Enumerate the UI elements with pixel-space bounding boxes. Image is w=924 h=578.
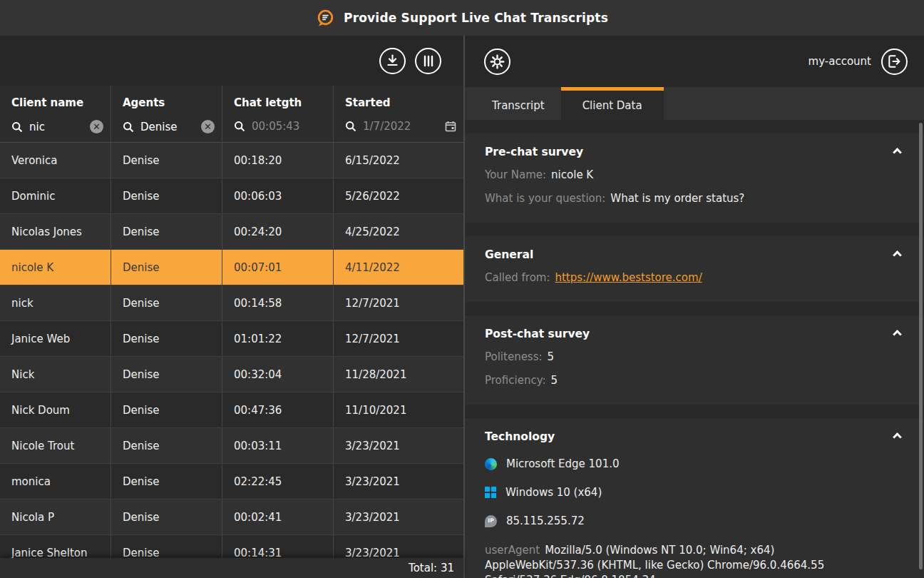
transcripts-panel: Client name ✕ Agents ✕ <box>0 36 463 578</box>
ip-pin-icon: IP <box>485 515 497 527</box>
table-cell: Nicolas Jones <box>0 214 111 249</box>
table-cell: Denise <box>111 357 222 392</box>
table-cell: Denise <box>111 464 222 499</box>
table-cell: Denise <box>111 250 222 285</box>
table-row[interactable]: VeronicaDenise00:18:206/15/2022 <box>0 143 463 178</box>
table-cell: nicole K <box>0 250 111 285</box>
started-filter-input[interactable] <box>363 120 438 133</box>
table-cell: 3/23/2021 <box>333 500 463 534</box>
table-cell: Dominic <box>0 178 111 213</box>
table-cell: Denise <box>111 321 222 356</box>
table-cell: 3/23/2021 <box>333 428 463 463</box>
client-name-filter-input[interactable] <box>29 121 83 133</box>
logout-icon <box>888 55 901 68</box>
tab-transcript[interactable]: Transcript <box>476 87 561 120</box>
item-label: Politeness: <box>485 350 543 363</box>
table-cell: 00:14:31 <box>222 535 333 558</box>
section-technology: TechnologyMicrosoft Edge 101.0Windows 10… <box>465 418 924 578</box>
table-toolbar <box>0 36 463 86</box>
table-cell: Denise <box>111 428 222 463</box>
table-cell: 00:07:01 <box>222 250 333 285</box>
table-cell: 6/15/2022 <box>333 143 463 178</box>
vertical-scrollbar[interactable] <box>919 123 923 574</box>
detail-tabs: Transcript Client Data <box>465 87 924 120</box>
calendar-icon[interactable] <box>445 121 456 132</box>
detail-toolbar: my-account <box>465 36 924 87</box>
item-value: 5 <box>548 350 555 363</box>
table-header: Client name ✕ Agents ✕ <box>0 86 463 143</box>
columns-button[interactable] <box>415 48 441 74</box>
table-cell: 11/28/2021 <box>333 357 463 392</box>
clear-filter-button[interactable]: ✕ <box>201 120 215 133</box>
gear-icon <box>490 54 505 69</box>
called-from-link[interactable]: https://www.beststore.com/ <box>555 271 702 284</box>
table-cell: Nicole Trout <box>0 428 111 463</box>
table-cell: 00:03:11 <box>222 428 333 463</box>
item-label: What is your question: <box>485 192 605 205</box>
table-row[interactable]: nicole KDenise00:07:014/11/2022 <box>0 250 463 285</box>
item-label: Called from: <box>485 271 550 284</box>
section-title: Post-chat survey <box>485 328 904 340</box>
table-cell: 00:47:36 <box>222 392 333 427</box>
table-row[interactable]: Janice WebDenise01:01:2212/7/2021 <box>0 321 463 357</box>
item-value: Windows 10 (x64) <box>505 485 602 500</box>
clear-filter-button[interactable]: ✕ <box>90 120 103 133</box>
search-icon <box>11 121 23 133</box>
table-row[interactable]: Nick DoumDenise00:47:3611/10/2021 <box>0 392 463 428</box>
windows-os-icon <box>485 487 496 498</box>
table-cell: nick <box>0 285 111 320</box>
table-cell: 01:01:22 <box>222 321 333 356</box>
detail-item: Your Name:nicole K <box>485 168 904 182</box>
column-agents: Agents ✕ <box>111 86 222 142</box>
table-cell: 00:24:20 <box>222 214 333 249</box>
agents-filter-input[interactable] <box>140 121 195 133</box>
table-row[interactable]: Nicolas JonesDenise00:24:204/25/2022 <box>0 214 463 250</box>
download-button[interactable] <box>379 48 406 74</box>
item-value: Microsoft Edge 101.0 <box>506 457 620 471</box>
table-row[interactable]: Janice SheltonDenise00:14:313/23/2021 <box>0 535 463 558</box>
column-label: Client name <box>11 96 103 109</box>
logout-button[interactable] <box>881 49 908 75</box>
table-row[interactable]: Nicole TroutDenise00:03:113/23/2021 <box>0 428 463 464</box>
section-post-chat-survey: Post-chat surveyPoliteness:5Proficiency:… <box>465 315 924 405</box>
table-cell: Denise <box>111 214 222 249</box>
detail-panel: my-account Transcript Client Data Pre-ch… <box>465 36 924 578</box>
search-icon <box>234 121 245 132</box>
table-cell: Denise <box>111 535 222 558</box>
table-row[interactable]: monicaDenise02:22:453/23/2021 <box>0 464 463 500</box>
table-cell: Denise <box>111 285 222 320</box>
section-title: Technology <box>485 430 904 443</box>
detail-item: Microsoft Edge 101.0 <box>485 456 904 472</box>
section-general: GeneralCalled from:https://www.beststore… <box>465 236 924 302</box>
download-icon <box>386 54 399 67</box>
table-cell: 5/26/2022 <box>333 178 463 213</box>
item-value: 5 <box>550 374 558 387</box>
tab-label: Transcript <box>492 99 545 112</box>
column-label: Chat letgth <box>234 96 326 109</box>
tab-label: Client Data <box>582 99 642 112</box>
detail-item: What is your question:What is my order s… <box>485 191 904 206</box>
table-row[interactable]: nickDenise00:14:5812/7/2021 <box>0 285 463 321</box>
table-row[interactable]: Nicola PDenise00:02:413/23/2021 <box>0 500 463 535</box>
table-cell: 3/23/2021 <box>333 535 463 558</box>
item-label: userAgent <box>485 544 540 557</box>
app-header: Provide Support Live Chat Transcripts <box>0 0 924 36</box>
table-cell: Denise <box>111 500 222 534</box>
search-icon <box>123 121 134 133</box>
section-title: General <box>485 248 904 261</box>
table-cell: Nick <box>0 357 111 392</box>
chat-length-filter-input[interactable] <box>252 120 326 133</box>
table-cell: 4/25/2022 <box>333 214 463 249</box>
table-row[interactable]: DominicDenise00:06:035/26/2022 <box>0 178 463 214</box>
settings-button[interactable] <box>484 49 510 75</box>
table-row[interactable]: NickDenise00:32:0411/28/2021 <box>0 357 463 392</box>
table-cell: 11/10/2021 <box>333 392 463 427</box>
scrollbar-thumb[interactable] <box>919 123 923 569</box>
columns-icon <box>422 55 435 67</box>
detail-item: Proficiency:5 <box>485 373 904 387</box>
table-cell: 12/7/2021 <box>333 285 463 320</box>
column-chat-length: Chat letgth <box>222 86 333 142</box>
table-cell: 02:22:45 <box>222 464 333 499</box>
detail-item: Windows 10 (x64) <box>485 485 904 500</box>
tab-client-data[interactable]: Client Data <box>561 87 664 120</box>
